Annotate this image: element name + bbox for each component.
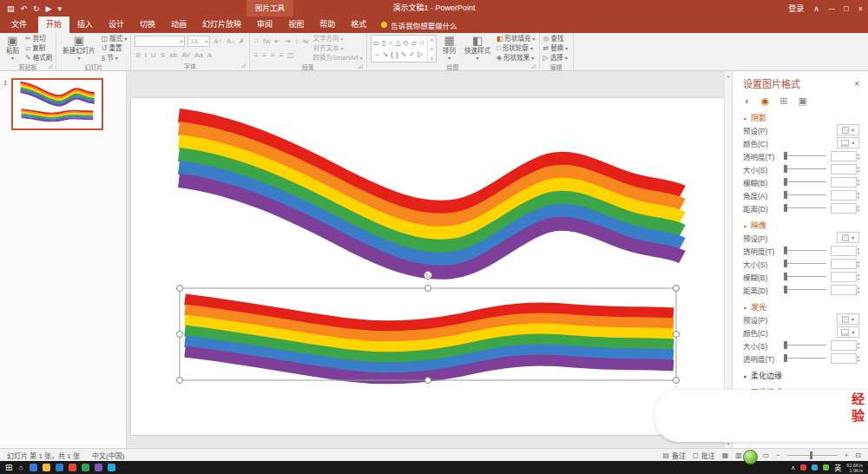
shadow-section-header[interactable]: ▲阴影 xyxy=(743,112,859,123)
arrange-button[interactable]: ▦ 排列 ▾ xyxy=(440,35,458,63)
normal-view-button[interactable]: ▦ xyxy=(722,451,729,459)
value-slider[interactable] xyxy=(784,250,826,251)
spin-arrows[interactable]: ▴▾ xyxy=(858,165,859,174)
resize-handle-w[interactable] xyxy=(177,332,183,338)
tab-file[interactable]: 文件 xyxy=(0,16,38,33)
value-spinbox[interactable] xyxy=(831,246,857,256)
shape-icon[interactable]: ✓ xyxy=(409,50,415,58)
font-style-button[interactable]: Aa xyxy=(194,51,204,59)
layout-button[interactable]: ◫版式▾ xyxy=(102,35,128,43)
spin-arrows[interactable]: ▴▾ xyxy=(858,204,859,213)
color-picker-button[interactable]: ▾ xyxy=(837,326,859,338)
language-indicator[interactable]: 中文(中国) xyxy=(92,451,124,460)
taskbar-app-icon[interactable] xyxy=(82,464,89,471)
spin-arrows[interactable]: ▴▾ xyxy=(858,247,859,255)
shape-outline-button[interactable]: □形状轮廓▾ xyxy=(496,44,536,53)
shape-icon[interactable]: ◇ xyxy=(404,39,409,47)
tell-me-search[interactable]: 告诉我你想要做什么 xyxy=(374,16,464,33)
ribbon-tab[interactable]: 帮助 xyxy=(312,16,343,33)
paragraph-format-button[interactable]: ∷ xyxy=(253,37,260,45)
ribbon-tab[interactable]: 审阅 xyxy=(249,16,280,33)
value-spinbox[interactable] xyxy=(831,203,857,214)
shape-icon[interactable]: ▷ xyxy=(418,50,423,58)
close-button[interactable]: × xyxy=(858,4,863,13)
slide[interactable]: ↻ xyxy=(131,98,728,435)
value-spinbox[interactable] xyxy=(831,164,857,174)
ribbon-tab[interactable]: 动画 xyxy=(163,16,194,33)
slider-thumb[interactable] xyxy=(784,341,787,349)
preset-dropdown-button[interactable]: ▾ xyxy=(837,232,859,243)
resize-handle-s[interactable] xyxy=(425,378,431,384)
spin-arrows[interactable]: ▴▾ xyxy=(858,191,859,200)
shapes-scroll-down-icon[interactable]: ▾ xyxy=(431,46,433,51)
new-slide-button[interactable]: ▣ 新建幻灯片 ▾ xyxy=(60,35,98,63)
shapes-gallery[interactable]: ▭▯○△◇▱☆ →↘{}∿✓▷ ▴ ▾ ▾ xyxy=(371,35,437,63)
paragraph-format-button[interactable]: ↕ xyxy=(294,37,299,45)
picture-tab-icon[interactable]: ▣ xyxy=(798,95,806,107)
font-dialog-launcher-icon[interactable]: ◿ xyxy=(241,61,246,70)
paragraph-align-button[interactable]: ≡ xyxy=(270,51,276,59)
value-slider[interactable] xyxy=(784,194,826,195)
shape-icon[interactable]: { xyxy=(391,50,393,58)
shape-icon[interactable]: △ xyxy=(395,39,400,47)
resize-handle-n[interactable] xyxy=(425,286,431,292)
value-spinbox[interactable] xyxy=(831,272,857,282)
ribbon-tab[interactable]: 开始 xyxy=(38,16,69,33)
value-slider[interactable] xyxy=(784,207,826,208)
shapes-scroll-up-icon[interactable]: ▴ xyxy=(431,36,433,42)
effects-tab-icon[interactable]: ◉ xyxy=(761,95,770,107)
value-spinbox[interactable] xyxy=(831,340,857,351)
shape-icon[interactable]: ▭ xyxy=(373,39,380,47)
taskbar-app-icon[interactable] xyxy=(95,464,102,471)
font-style-button[interactable]: B xyxy=(135,51,141,59)
paste-button[interactable]: ▣ 粘贴 ▾ xyxy=(3,35,22,63)
glow-section-header[interactable]: ▲发光 xyxy=(743,301,859,313)
ribbon-tab[interactable]: 设计 xyxy=(101,16,132,33)
fill-line-tab-icon[interactable]: ◐ xyxy=(745,95,751,107)
restore-button[interactable]: □ xyxy=(844,4,848,13)
ribbon-tab[interactable]: 插入 xyxy=(69,16,101,33)
font-adjust-button[interactable]: A↓ xyxy=(226,37,235,45)
paragraph-dialog-launcher-icon[interactable]: ◿ xyxy=(358,62,363,71)
tray-expand-icon[interactable]: ∧ xyxy=(791,464,795,471)
text-direction-button[interactable]: 文字方向▾ xyxy=(312,35,362,43)
safety-ball-icon[interactable] xyxy=(743,450,758,464)
font-size-combo[interactable]: 18▾ xyxy=(187,36,210,47)
align-text-button[interactable]: 对齐文本▾ xyxy=(312,44,362,53)
ribbon-tab[interactable]: 切换 xyxy=(132,16,163,33)
scroll-up-icon[interactable]: ▴ xyxy=(727,73,730,78)
drawing-dialog-launcher-icon[interactable]: ◿ xyxy=(531,62,536,71)
spin-arrows[interactable]: ▴▾ xyxy=(858,152,859,161)
rainbow-shape-selected[interactable] xyxy=(185,300,674,379)
value-slider[interactable] xyxy=(784,263,826,264)
spin-arrows[interactable]: ▴▾ xyxy=(858,354,859,363)
slider-thumb[interactable] xyxy=(784,260,787,267)
font-adjust-button[interactable]: A↑ xyxy=(213,37,222,45)
resize-handle-e[interactable] xyxy=(674,332,680,338)
font-style-button[interactable]: ab xyxy=(168,51,178,59)
zoom-in-button[interactable]: + xyxy=(845,451,849,459)
value-slider[interactable] xyxy=(784,345,826,346)
value-slider[interactable] xyxy=(784,168,826,169)
slideshow-view-button[interactable]: ▭ xyxy=(762,451,769,459)
font-style-button[interactable]: U xyxy=(150,51,157,59)
font-style-button[interactable]: AV xyxy=(181,51,191,59)
slider-thumb[interactable] xyxy=(784,204,787,212)
replace-button[interactable]: ⇄替换▾ xyxy=(543,44,569,53)
slider-thumb[interactable] xyxy=(784,165,787,173)
reset-button[interactable]: ↺重置 xyxy=(102,44,128,53)
start-button[interactable]: ⊞ xyxy=(5,463,12,472)
shape-icon[interactable]: ▯ xyxy=(382,39,385,47)
value-slider[interactable] xyxy=(784,155,826,156)
shape-icon[interactable]: ▱ xyxy=(411,39,417,47)
taskbar-app-icon[interactable] xyxy=(56,464,63,471)
notes-button[interactable]: ▤备注 xyxy=(663,451,687,460)
resize-handle-ne[interactable] xyxy=(674,286,680,292)
value-slider[interactable] xyxy=(784,289,826,290)
font-style-button[interactable]: A xyxy=(207,51,213,59)
resize-handle-nw[interactable] xyxy=(177,286,183,292)
taskbar-app-icon[interactable] xyxy=(30,464,37,471)
slider-thumb[interactable] xyxy=(784,191,787,199)
paragraph-align-button[interactable]: ≡ xyxy=(279,51,285,59)
ribbon-tab[interactable]: 格式 xyxy=(343,16,374,33)
